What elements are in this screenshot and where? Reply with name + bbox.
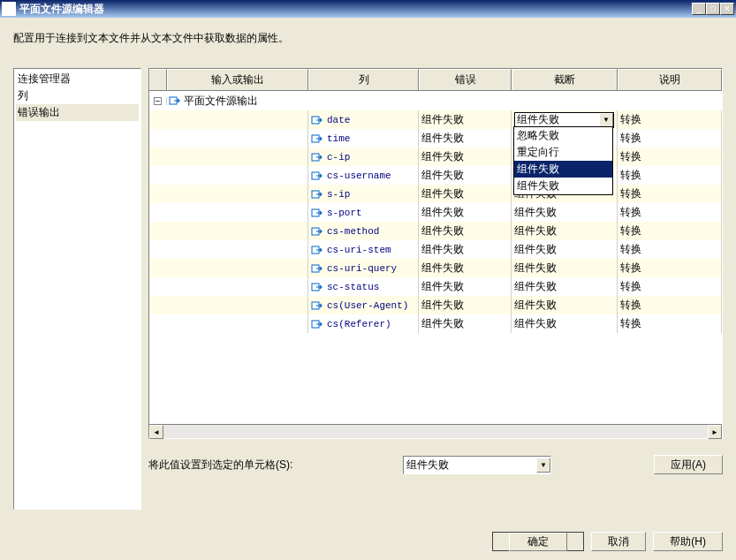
- minimize-button[interactable]: _: [692, 3, 706, 15]
- column-arrow-icon: [311, 225, 323, 238]
- desc-value: 转换: [620, 112, 641, 127]
- error-value: 组件失败: [421, 205, 464, 220]
- column-arrow-icon: [311, 170, 323, 182]
- grid-header-io[interactable]: 输入或输出: [167, 69, 308, 90]
- sidebar-item[interactable]: 连接管理器: [16, 71, 139, 87]
- titlebar: 平面文件源编辑器 _ □ ✕: [0, 0, 736, 18]
- grid-header-trunc[interactable]: 截断: [512, 69, 618, 90]
- dropdown-option[interactable]: 忽略失败: [514, 127, 612, 144]
- dropdown-option[interactable]: 组件失败: [514, 178, 612, 194]
- ok-button[interactable]: 确定: [492, 532, 584, 551]
- column-name: cs-method: [327, 226, 379, 237]
- desc-value: 转换: [620, 205, 641, 220]
- dropdown-option[interactable]: 重定向行: [514, 144, 612, 161]
- dropdown-option[interactable]: 组件失败: [514, 161, 612, 178]
- parent-label: 平面文件源输出: [184, 94, 258, 109]
- output-arrow-icon: [169, 95, 181, 107]
- main-panel: 连接管理器列错误输出 输入或输出 列 错误 截断 说明 −平面文件源输出date…: [13, 68, 723, 510]
- desc-value: 转换: [620, 316, 641, 331]
- bulk-set-label: 将此值设置到选定的单元格(S):: [148, 458, 396, 473]
- error-value: 组件失败: [421, 112, 464, 127]
- column-arrow-icon: [311, 151, 323, 163]
- grid-header-col[interactable]: 列: [308, 69, 419, 90]
- desc-value: 转换: [620, 131, 641, 146]
- column-name: cs(User-Agent): [327, 300, 408, 311]
- table-row[interactable]: s-port组件失败组件失败转换: [149, 203, 722, 222]
- grid-header-expand: [149, 69, 167, 90]
- column-name: time: [327, 133, 350, 144]
- scroll-left-button[interactable]: ◄: [149, 425, 163, 439]
- collapse-icon[interactable]: −: [154, 97, 162, 105]
- table-row[interactable]: cs(User-Agent)组件失败组件失败转换: [149, 296, 722, 314]
- description-text: 配置用于连接到文本文件并从文本文件中获取数据的属性。: [13, 31, 723, 46]
- column-name: s-ip: [327, 189, 350, 200]
- truncation-dropdown[interactable]: 组件失败▼: [514, 112, 614, 128]
- column-arrow-icon: [311, 281, 323, 293]
- error-value: 组件失败: [421, 298, 464, 313]
- column-arrow-icon: [311, 262, 323, 275]
- column-arrow-icon: [311, 299, 323, 312]
- sidebar-item[interactable]: 错误输出: [16, 104, 139, 121]
- dropdown-arrow-icon[interactable]: ▼: [536, 458, 550, 473]
- tree-parent-row[interactable]: −平面文件源输出: [149, 91, 722, 110]
- column-name: cs(Referer): [327, 319, 391, 329]
- sidebar-item[interactable]: 列: [16, 87, 139, 104]
- content-area: 配置用于连接到文本文件并从文本文件中获取数据的属性。 连接管理器列错误输出 输入…: [0, 18, 736, 560]
- desc-value: 转换: [620, 261, 641, 276]
- table-row[interactable]: cs-uri-query组件失败组件失败转换: [149, 259, 722, 277]
- column-name: c-ip: [327, 152, 350, 163]
- grid-header-err[interactable]: 错误: [419, 69, 512, 90]
- sidebar: 连接管理器列错误输出: [13, 68, 141, 510]
- column-name: sc-status: [327, 282, 379, 292]
- truncation-value: 组件失败: [514, 242, 557, 257]
- desc-value: 转换: [620, 298, 641, 313]
- chevron-down-icon[interactable]: ▼: [599, 113, 613, 127]
- apply-button[interactable]: 应用(A): [654, 455, 723, 474]
- scroll-track[interactable]: [163, 425, 708, 438]
- table-row[interactable]: date组件失败组件失败▼忽略失败重定向行组件失败组件失败转换: [149, 110, 722, 129]
- help-button[interactable]: 帮助(H): [653, 532, 723, 551]
- horizontal-scrollbar[interactable]: ◄ ►: [149, 424, 722, 438]
- table-row[interactable]: cs-uri-stem组件失败组件失败转换: [149, 240, 722, 259]
- footer-buttons: 确定 取消 帮助(H): [13, 532, 723, 551]
- bulk-set-select[interactable]: 组件失败 ▼: [403, 456, 551, 474]
- truncation-value: 组件失败: [514, 279, 557, 294]
- table-row[interactable]: c-ip组件失败组件失败转换: [149, 148, 722, 166]
- grid-body: −平面文件源输出date组件失败组件失败▼忽略失败重定向行组件失败组件失败转换t…: [149, 91, 722, 424]
- desc-value: 转换: [620, 223, 641, 238]
- close-button[interactable]: ✕: [720, 3, 734, 15]
- bottom-controls: 将此值设置到选定的单元格(S): 组件失败 ▼ 应用(A): [148, 455, 723, 474]
- table-row[interactable]: sc-status组件失败组件失败转换: [149, 277, 722, 296]
- table-row[interactable]: time组件失败组件失败转换: [149, 129, 722, 148]
- column-name: cs-uri-query: [327, 263, 397, 274]
- error-value: 组件失败: [421, 223, 464, 238]
- maximize-button[interactable]: □: [706, 3, 720, 15]
- right-panel: 输入或输出 列 错误 截断 说明 −平面文件源输出date组件失败组件失败▼忽略…: [148, 68, 723, 510]
- table-row[interactable]: s-ip组件失败组件失败转换: [149, 185, 722, 203]
- error-value: 组件失败: [421, 186, 464, 201]
- error-value: 组件失败: [421, 242, 464, 257]
- error-value: 组件失败: [421, 316, 464, 331]
- cancel-button[interactable]: 取消: [591, 532, 646, 551]
- table-row[interactable]: cs(Referer)组件失败组件失败转换: [149, 314, 722, 333]
- grid-header: 输入或输出 列 错误 截断 说明: [149, 69, 722, 91]
- truncation-value: 组件失败: [514, 261, 557, 276]
- desc-value: 转换: [620, 186, 641, 201]
- column-arrow-icon: [311, 318, 323, 330]
- error-value: 组件失败: [421, 168, 464, 183]
- column-name: cs-username: [327, 170, 391, 181]
- grid-header-desc[interactable]: 说明: [618, 69, 722, 90]
- desc-value: 转换: [620, 279, 641, 294]
- error-value: 组件失败: [421, 279, 464, 294]
- truncation-value: 组件失败: [514, 223, 557, 238]
- column-name: cs-uri-stem: [327, 245, 391, 255]
- table-row[interactable]: cs-method组件失败组件失败转换: [149, 222, 722, 240]
- truncation-value: 组件失败: [514, 298, 557, 313]
- error-value: 组件失败: [421, 131, 464, 146]
- column-name: date: [327, 115, 350, 125]
- table-row[interactable]: cs-username组件失败组件失败转换: [149, 166, 722, 185]
- column-arrow-icon: [311, 207, 323, 219]
- error-value: 组件失败: [421, 261, 464, 276]
- scroll-right-button[interactable]: ►: [708, 425, 722, 439]
- column-arrow-icon: [311, 114, 323, 126]
